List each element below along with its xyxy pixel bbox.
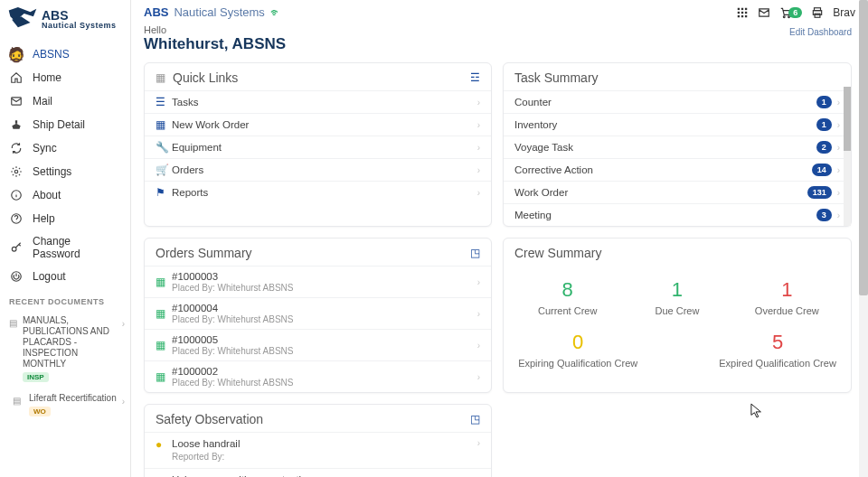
order-row[interactable]: ▦#1000003Placed By: Whitehurst ABSNS›	[145, 266, 491, 297]
card-title: Task Summary	[514, 70, 840, 85]
chevron-right-icon: ›	[477, 165, 480, 175]
sidebar-item-ship-detail[interactable]: Ship Detail	[0, 113, 130, 136]
order-icon: ▦	[156, 307, 172, 320]
card-title: Safety Observation	[156, 412, 470, 426]
nav-label: Change Password	[33, 235, 121, 260]
chevron-right-icon: ›	[477, 143, 480, 153]
sidebar-item-sync[interactable]: Sync	[0, 136, 130, 160]
safety-row[interactable]: ●Loose handrailReported By:›	[145, 432, 491, 468]
crew-current: 8Current Crew	[513, 278, 622, 316]
chevron-right-icon: ›	[477, 188, 480, 198]
key-icon	[9, 240, 24, 255]
nav-label: Home	[33, 71, 61, 84]
task-row-counter[interactable]: Counter1›	[504, 90, 851, 113]
nav-label: ABSNS	[33, 48, 70, 61]
safety-observation-card: Safety Observation◳ ●Loose handrailRepor…	[144, 404, 492, 477]
cart-badge: 6	[788, 7, 802, 18]
settings-icon[interactable]: ☲	[470, 71, 480, 84]
chevron-right-icon: ›	[837, 188, 840, 198]
count-badge: 1	[816, 118, 832, 131]
print-icon[interactable]	[811, 6, 824, 19]
recent-doc-item[interactable]: ▤ Liferaft Recertification WO ›	[0, 389, 130, 424]
svg-rect-6	[738, 7, 740, 9]
sidebar-item-help[interactable]: Help	[0, 207, 130, 230]
doc-icon: ▤	[9, 315, 17, 330]
svg-rect-10	[741, 11, 743, 13]
count-badge: 131	[807, 186, 832, 199]
logout-icon	[9, 269, 24, 284]
chevron-right-icon: ›	[837, 98, 840, 108]
svg-rect-11	[745, 11, 747, 13]
quick-link-orders[interactable]: 🛒Orders›	[145, 158, 491, 181]
eagle-logo-icon	[7, 5, 38, 33]
logo: ABS Nautical Systems	[0, 0, 130, 42]
logo-text: ABS Nautical Systems	[42, 10, 117, 30]
chevron-right-icon: ›	[477, 372, 480, 382]
chevron-right-icon: ›	[477, 277, 480, 287]
order-row[interactable]: ▦#1000004Placed By: Whitehurst ABSNS›	[145, 297, 491, 329]
svg-point-1	[14, 170, 18, 173]
nav-label: Settings	[33, 165, 71, 178]
count-badge: 3	[816, 209, 832, 221]
external-link-icon[interactable]: ◳	[470, 247, 480, 259]
sidebar-item-change-password[interactable]: Change Password	[0, 230, 130, 265]
quick-link-reports[interactable]: ⚑Reports›	[145, 181, 491, 203]
sidebar-item-absns[interactable]: 🧔ABSNS	[0, 42, 130, 66]
card-title: Quick Links	[173, 70, 470, 85]
cart-icon: 🛒	[156, 164, 172, 176]
main-area: ABS Nautical Systems ᯤ 6 Brav Hello Whit…	[131, 0, 868, 477]
apps-grid-icon[interactable]	[736, 6, 749, 19]
safety-row[interactable]: ⊘Using a saw with no protectionReported …	[145, 468, 491, 477]
task-summary-card: Task Summary Counter1› Inventory1› Voyag…	[503, 62, 852, 227]
cart-icon[interactable]: 6	[779, 6, 802, 19]
task-scrollbar[interactable]	[844, 87, 851, 226]
card-title: Orders Summary	[156, 246, 470, 260]
pirate-icon: 🧔	[9, 47, 24, 61]
edit-dashboard-link[interactable]: Edit Dashboard	[789, 27, 852, 37]
app-root: ABS Nautical Systems 🧔ABSNS Home Mail Sh…	[0, 0, 868, 477]
sidebar-item-home[interactable]: Home	[0, 66, 130, 89]
chevron-right-icon: ›	[477, 309, 480, 319]
svg-point-15	[784, 15, 786, 17]
quick-link-new-work-order[interactable]: ▦New Work Order›	[145, 113, 491, 136]
task-row-inventory[interactable]: Inventory1›	[504, 113, 851, 136]
task-row-meeting[interactable]: Meeting3›	[504, 203, 851, 226]
nav-label: Ship Detail	[33, 118, 85, 131]
order-row[interactable]: ▦#1000005Placed By: Whitehurst ABSNS›	[145, 329, 491, 360]
sidebar-item-settings[interactable]: Settings	[0, 160, 130, 183]
svg-rect-14	[745, 14, 747, 16]
quick-link-tasks[interactable]: ☰Tasks›	[145, 90, 491, 113]
quick-links-card: ▦ Quick Links ☲ ☰Tasks› ▦New Work Order›…	[144, 62, 492, 227]
quick-link-equipment[interactable]: 🔧Equipment›	[145, 136, 491, 158]
chevron-right-icon: ›	[837, 143, 840, 153]
crew-due: 1Due Crew	[622, 278, 731, 316]
mail-icon[interactable]	[758, 6, 770, 19]
task-row-corrective[interactable]: Corrective Action14›	[504, 158, 851, 181]
external-link-icon[interactable]: ◳	[470, 413, 480, 426]
nav-label: Help	[33, 212, 55, 225]
nav-label: About	[33, 189, 61, 201]
main-scrollbar[interactable]	[859, 0, 868, 477]
task-row-voyage[interactable]: Voyage Task2›	[504, 136, 851, 158]
order-row[interactable]: ▦#1000002Placed By: Whitehurst ABSNS›	[145, 360, 491, 392]
chevron-right-icon: ›	[477, 98, 480, 108]
sidebar: ABS Nautical Systems 🧔ABSNS Home Mail Sh…	[0, 0, 131, 477]
recent-documents-header: RECENT DOCUMENTS	[0, 288, 130, 312]
topbar-actions: 6 Brav	[736, 6, 855, 19]
sidebar-item-about[interactable]: About	[0, 183, 130, 207]
svg-point-4	[12, 247, 16, 251]
sidebar-item-logout[interactable]: Logout	[0, 265, 130, 288]
user-name[interactable]: Brav	[833, 6, 855, 19]
task-row-work-order[interactable]: Work Order131›	[504, 181, 851, 203]
orders-summary-card: Orders Summary◳ ▦#1000003Placed By: Whit…	[144, 238, 492, 393]
list-icon: ☰	[156, 96, 172, 108]
crew-expired: 5Expired Qualification Crew	[719, 331, 836, 369]
chevron-right-icon: ›	[477, 438, 480, 448]
crew-expiring: 0Expiring Qualification Crew	[518, 331, 637, 369]
recent-doc-item[interactable]: ▤ MANUALS, PUBLICATIONS AND PLACARDS - I…	[0, 312, 130, 389]
svg-rect-7	[741, 7, 743, 9]
svg-rect-13	[741, 14, 743, 16]
nav-label: Logout	[33, 270, 66, 283]
sidebar-item-mail[interactable]: Mail	[0, 89, 130, 113]
greeting-hello: Hello	[144, 24, 855, 35]
